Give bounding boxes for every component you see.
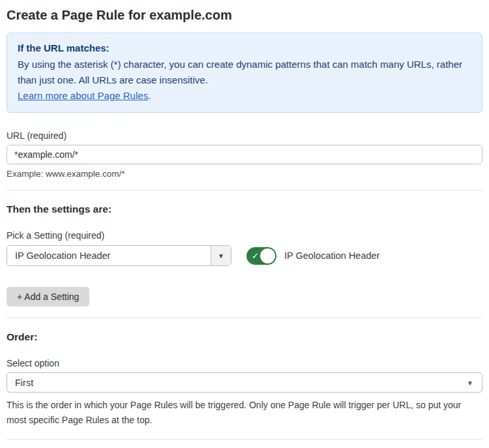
geolocation-toggle-group: ✓ IP Geolocation Header bbox=[246, 247, 379, 265]
toggle-label: IP Geolocation Header bbox=[284, 250, 379, 261]
divider bbox=[7, 439, 482, 440]
url-match-info-box: If the URL matches: By using the asteris… bbox=[7, 33, 482, 113]
chevron-down-icon: ▼ bbox=[218, 252, 224, 260]
toggle-knob bbox=[260, 248, 275, 263]
url-input[interactable] bbox=[7, 145, 482, 164]
learn-more-link[interactable]: Learn more about Page Rules bbox=[18, 90, 148, 101]
pick-setting-label: Pick a Setting (required) bbox=[7, 230, 482, 241]
setting-row: IP Geolocation Header ▼ ✓ IP Geolocation… bbox=[7, 245, 482, 266]
order-help-text: This is the order in which your Page Rul… bbox=[7, 398, 476, 428]
setting-select-arrow-button[interactable]: ▼ bbox=[211, 246, 231, 265]
link-suffix: . bbox=[148, 90, 151, 101]
setting-select[interactable]: IP Geolocation Header ▼ bbox=[7, 245, 231, 266]
order-select-value: First bbox=[15, 378, 33, 388]
create-page-rule-form: Create a Page Rule for example.com If th… bbox=[0, 0, 489, 448]
page-title: Create a Page Rule for example.com bbox=[7, 0, 482, 23]
setting-select-value: IP Geolocation Header bbox=[7, 246, 211, 265]
divider bbox=[7, 190, 482, 190]
url-example-text: Example: www.example.com/* bbox=[7, 169, 482, 179]
check-icon: ✓ bbox=[252, 252, 259, 260]
url-field-label: URL (required) bbox=[7, 130, 482, 141]
geolocation-toggle[interactable]: ✓ bbox=[246, 247, 276, 265]
info-box-body: By using the asterisk (*) character, you… bbox=[18, 57, 471, 88]
info-box-link-line: Learn more about Page Rules. bbox=[18, 88, 471, 104]
info-box-heading: If the URL matches: bbox=[18, 40, 471, 56]
settings-section-heading: Then the settings are: bbox=[7, 203, 482, 215]
divider bbox=[7, 318, 482, 318]
order-section-heading: Order: bbox=[7, 331, 482, 343]
select-option-label: Select option bbox=[7, 358, 482, 368]
add-setting-button[interactable]: + Add a Setting bbox=[7, 287, 89, 306]
order-select[interactable]: First ▼ bbox=[7, 372, 482, 393]
chevron-down-icon: ▼ bbox=[467, 379, 473, 386]
